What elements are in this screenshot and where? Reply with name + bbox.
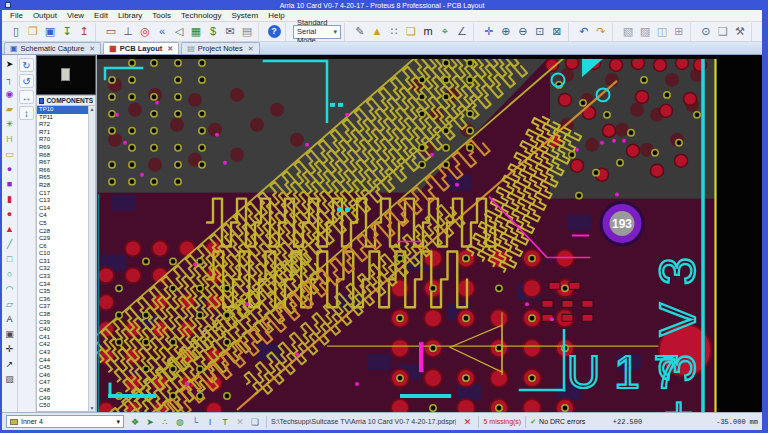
component-list-item[interactable]: C28 (37, 228, 88, 236)
arc-mode-button[interactable]: ◠ (3, 282, 17, 296)
component-list-item[interactable]: C29 (37, 235, 88, 243)
goto-button[interactable]: ➤ (143, 415, 157, 429)
layers-button[interactable]: ❏ (403, 24, 419, 40)
mir-h-button[interactable]: ↔ (19, 90, 34, 104)
component-list-item[interactable]: C39 (37, 319, 88, 327)
component-list-item[interactable]: R67 (37, 159, 88, 167)
loop-button[interactable]: ◍ (173, 415, 187, 429)
scroll-down-icon[interactable]: ▼ (90, 405, 95, 411)
tab-schematic-capture[interactable]: ▣ Schematic Capture ✕ (4, 42, 101, 54)
drc-status[interactable]: ✔ No DRC errors (530, 418, 585, 426)
highlight-mode-button[interactable]: H (3, 132, 17, 146)
hatch-mode-button[interactable]: ▨ (3, 372, 17, 386)
components-list[interactable]: TP10TP11R72R71R70R69R68R67R66R65R28C17C1… (36, 106, 96, 412)
component-list-item[interactable]: C34 (37, 281, 88, 289)
component-list-item[interactable]: C38 (37, 311, 88, 319)
component-list-item[interactable]: R69 (37, 144, 88, 152)
rot-cw-button[interactable]: ↻ (19, 58, 34, 72)
components-scrollbar[interactable]: ▲ ▼ (88, 106, 95, 411)
dots-button[interactable]: ∴ (158, 415, 172, 429)
close-icon[interactable]: ✕ (89, 45, 95, 53)
view-4-button[interactable]: ⊞ (671, 24, 687, 40)
component-list-item[interactable]: C17 (37, 190, 88, 198)
component-list-item[interactable]: R65 (37, 174, 88, 182)
pad-smd-mode-button[interactable]: ▮ (3, 192, 17, 206)
menu-file[interactable]: File (6, 11, 27, 20)
component-list-item[interactable]: C45 (37, 364, 88, 372)
view-3-button[interactable]: ◫ (654, 24, 670, 40)
component-list-item[interactable]: C32 (37, 265, 88, 273)
menu-system[interactable]: System (228, 11, 263, 20)
component-list-item[interactable]: C50 (37, 402, 88, 410)
polar-button[interactable]: ∠ (454, 24, 470, 40)
origin-button[interactable]: ⌖ (437, 24, 453, 40)
component-list-item[interactable]: R66 (37, 167, 88, 175)
component-list-item[interactable]: C40 (37, 326, 88, 334)
track-mode-button[interactable]: ┐ (3, 72, 17, 86)
menu-technology[interactable]: Technology (177, 11, 225, 20)
circle-mode-button[interactable]: ○ (3, 267, 17, 281)
menu-library[interactable]: Library (114, 11, 146, 20)
ibeam-button[interactable]: I (203, 415, 217, 429)
component-list-item[interactable]: C36 (37, 296, 88, 304)
pcb-canvas[interactable]: 193 (97, 55, 762, 412)
view-2-button[interactable]: ▨ (637, 24, 653, 40)
delete-gray-button[interactable]: ✕ (233, 415, 247, 429)
stop-icon[interactable]: ✕ (460, 415, 474, 429)
pad-poly-mode-button[interactable]: ▲ (3, 222, 17, 236)
rot-ccw-button[interactable]: ↺ (19, 74, 34, 88)
lock-button[interactable]: ▣ (759, 24, 768, 40)
component-mode-mode-button[interactable]: ▭ (3, 147, 17, 161)
pad-circle-mode-button[interactable]: ● (3, 162, 17, 176)
zone-mode-button[interactable]: ▰ (3, 102, 17, 116)
component-list-item[interactable]: R68 (37, 152, 88, 160)
new-file-button[interactable]: ▯ (8, 24, 24, 40)
close-icon[interactable]: ✕ (167, 45, 173, 53)
mail-button[interactable]: ✉ (222, 24, 238, 40)
component-button[interactable]: ▭ (103, 24, 119, 40)
component-list-item[interactable]: C4 (37, 212, 88, 220)
component-list-item[interactable]: C10 (37, 250, 88, 258)
component-list-item[interactable]: C31 (37, 258, 88, 266)
corner-button[interactable]: └ (188, 415, 202, 429)
zoom-all-button[interactable]: ⊠ (549, 24, 565, 40)
import-doc-button[interactable]: ↧ (59, 24, 75, 40)
select-mode-button[interactable]: ➤ (3, 57, 17, 71)
undo-button[interactable]: ↶ (576, 24, 592, 40)
layer-selector[interactable]: Inner 4 ▾ (6, 415, 124, 428)
menu-view[interactable]: View (63, 11, 88, 20)
line-mode-button[interactable]: ╱ (3, 237, 17, 251)
menu-help[interactable]: Help (264, 11, 288, 20)
mir-v-button[interactable]: ↕ (19, 106, 34, 120)
search-button[interactable]: ⊙ (698, 24, 714, 40)
menu-output[interactable]: Output (29, 11, 61, 20)
pad-square-mode-button[interactable]: ■ (3, 177, 17, 191)
symbol-mode-button[interactable]: ▣ (3, 327, 17, 341)
component-list-item[interactable]: TP10 (37, 106, 88, 114)
menu-edit[interactable]: Edit (90, 11, 112, 20)
edit-sheet-button[interactable]: ✎ (352, 24, 368, 40)
pan-button[interactable]: ✛ (481, 24, 497, 40)
component-list-item[interactable]: C49 (37, 395, 88, 403)
path-mode-button[interactable]: ▱ (3, 297, 17, 311)
help-button[interactable]: ? (266, 24, 282, 40)
bom-button[interactable]: $ (205, 24, 221, 40)
drc-button[interactable]: ▲ (369, 24, 385, 40)
board-button[interactable]: ▦ (188, 24, 204, 40)
box-mode-button[interactable]: □ (3, 252, 17, 266)
component-list-item[interactable]: C5 (37, 220, 88, 228)
view-1-button[interactable]: ▧ (620, 24, 636, 40)
component-list-item[interactable]: R72 (37, 121, 88, 129)
component-list-item[interactable]: C44 (37, 357, 88, 365)
component-list-item[interactable]: C13 (37, 197, 88, 205)
text-mode-button[interactable]: A (3, 312, 17, 326)
marker-mode-button[interactable]: ✛ (3, 342, 17, 356)
component-list-item[interactable]: C43 (37, 349, 88, 357)
paste-region-button[interactable]: ❑ (715, 24, 731, 40)
pin-button[interactable]: ⊥ (120, 24, 136, 40)
component-list-item[interactable]: C41 (37, 334, 88, 342)
export-doc-button[interactable]: ↥ (76, 24, 92, 40)
tab-project-notes[interactable]: ▤ Project Notes ✕ (181, 42, 259, 54)
component-list-item[interactable]: C48 (37, 387, 88, 395)
menu-tools[interactable]: Tools (148, 11, 175, 20)
